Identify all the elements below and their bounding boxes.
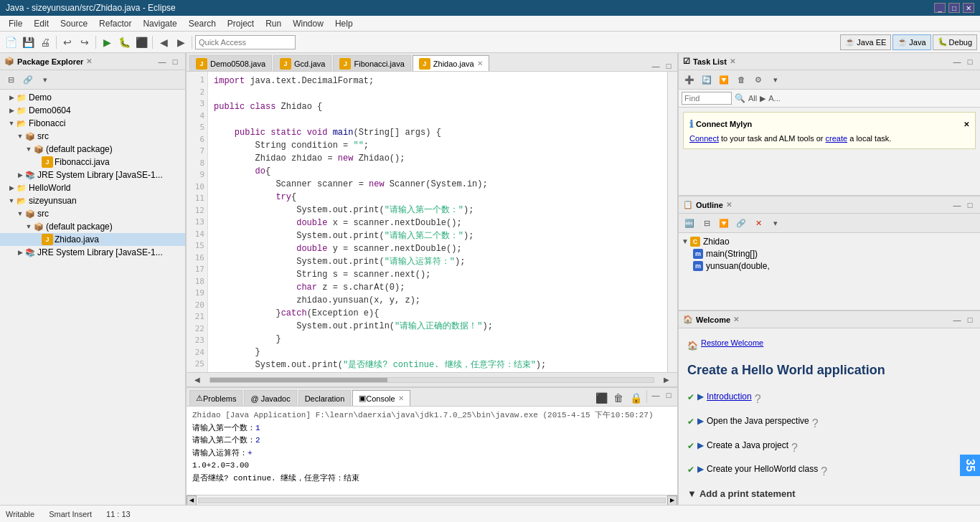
tab-close-icon[interactable]: ✕ <box>477 60 483 67</box>
explorer-maximize-button[interactable]: □ <box>169 57 181 67</box>
tasklist-maximize[interactable]: □ <box>964 57 976 67</box>
save-button[interactable]: 💾 <box>20 34 36 50</box>
outline-minimize[interactable]: — <box>951 200 963 210</box>
debug-button[interactable]: 🐛 <box>116 34 132 50</box>
task-menu-button[interactable]: ▾ <box>768 72 783 87</box>
console-stop-button[interactable]: ⬛ <box>593 390 609 406</box>
outline-x-button[interactable]: ✕ <box>750 215 766 231</box>
welcome-maximize[interactable]: □ <box>964 315 976 325</box>
help-icon-4[interactable]: ? <box>821 462 827 481</box>
tree-item-fibonacci-jre[interactable]: ▶ 📚 JRE System Library [JavaSE-1... <box>0 169 185 181</box>
scroll-left-button[interactable]: ◀ <box>189 372 205 387</box>
tab-gcd[interactable]: J Gcd.java <box>273 55 331 71</box>
tab-console[interactable]: ▣ Console ✕ <box>352 390 410 406</box>
menu-search[interactable]: Search <box>183 17 222 30</box>
tasklist-minimize[interactable]: — <box>951 57 963 67</box>
outline-menu-button[interactable]: ▾ <box>768 215 783 231</box>
outline-filter-button[interactable]: 🔽 <box>716 215 732 231</box>
tree-item-fibonacci[interactable]: ▼ 📂 Fibonacci <box>0 117 185 130</box>
code-editor[interactable]: 1234567891011121314151617181920212223242… <box>187 72 677 372</box>
undo-button[interactable]: ↩ <box>60 34 75 50</box>
tree-item-fibonacci-src[interactable]: ▼ 📦 src <box>0 130 185 143</box>
console-maximize[interactable]: □ <box>663 390 674 400</box>
outline-item-yunsuan[interactable]: m yunsuan(double, <box>682 260 977 271</box>
menu-project[interactable]: Project <box>222 17 260 30</box>
tree-item-zhidao-java[interactable]: J Zhidao.java <box>0 233 185 246</box>
stop-button[interactable]: ⬛ <box>133 34 149 50</box>
console-scroll-right[interactable]: ▶ <box>667 495 677 506</box>
task-delete-button[interactable]: 🗑 <box>733 72 749 87</box>
tree-item-sizeyunsuan-jre[interactable]: ▶ 📚 JRE System Library [JavaSE-1... <box>0 246 185 259</box>
print-button[interactable]: 🖨 <box>37 34 53 50</box>
console-scroll-left[interactable]: ◀ <box>187 495 197 506</box>
menu-help[interactable]: Help <box>329 17 359 30</box>
task-new-button[interactable]: ➕ <box>682 72 697 87</box>
scroll-right-button[interactable]: ▶ <box>659 372 674 387</box>
console-clear-button[interactable]: 🗑 <box>611 390 626 406</box>
console-close-icon[interactable]: ✕ <box>398 394 404 402</box>
tree-item-sizeyunsuan-src[interactable]: ▼ 📦 src <box>0 207 185 220</box>
console-scroll-lock[interactable]: 🔒 <box>628 390 644 406</box>
task-find-input[interactable] <box>682 92 732 105</box>
outline-class-name[interactable]: Zhidao <box>703 237 730 247</box>
forward-button[interactable]: ▶ <box>173 34 189 50</box>
task-filter-button[interactable]: 🔽 <box>716 72 732 87</box>
editor-minimize[interactable]: — <box>650 61 661 71</box>
task-all-button[interactable]: All <box>748 94 757 103</box>
task-settings-button[interactable]: ⚙ <box>750 72 766 87</box>
perspective-javaee[interactable]: ☕ Java EE <box>840 34 891 50</box>
help-icon-1[interactable]: ? <box>755 390 761 409</box>
tree-item-fibonacci-defaultpkg[interactable]: ▼ 📦 (default package) <box>0 143 185 156</box>
back-button[interactable]: ◀ <box>156 34 171 50</box>
menu-window[interactable]: Window <box>287 17 329 30</box>
outline-sort-button[interactable]: 🔤 <box>682 215 697 231</box>
tab-declaration[interactable]: Declaration <box>298 390 352 406</box>
explorer-minimize-button[interactable]: — <box>156 57 168 67</box>
help-icon-3[interactable]: ? <box>791 439 798 457</box>
tree-item-sizeyunsuan-defaultpkg[interactable]: ▼ 📦 (default package) <box>0 220 185 233</box>
tab-zhidao[interactable]: J Zhidao.java ✕ <box>413 55 489 71</box>
menu-refactor[interactable]: Refactor <box>93 17 137 30</box>
quick-access-input[interactable] <box>195 35 296 49</box>
perspective-java[interactable]: ☕ Java <box>892 34 930 50</box>
editor-scrollbar[interactable] <box>667 72 677 372</box>
add-print-header[interactable]: ▼ Add a print statement <box>687 487 971 502</box>
code-area[interactable]: import java.text.DecimalFormat; public c… <box>208 72 667 372</box>
link-editor-button[interactable]: 🔗 <box>20 72 36 87</box>
welcome-minimize[interactable]: — <box>951 315 963 325</box>
tab-fibonacci[interactable]: J Fibonacci.java <box>333 55 410 71</box>
menu-navigate[interactable]: Navigate <box>137 17 182 30</box>
outline-item-main[interactable]: m main(String[]) <box>682 248 977 259</box>
run-button[interactable]: ▶ <box>99 34 115 50</box>
mylyn-create-link[interactable]: create <box>826 134 848 143</box>
tree-item-demo0604[interactable]: ▶ 📁 Demo0604 <box>0 104 185 117</box>
menu-file[interactable]: File <box>3 17 28 30</box>
step-introduction-link[interactable]: Introduction <box>707 390 752 404</box>
console-minimize[interactable]: — <box>650 390 661 400</box>
close-button[interactable]: ✕ <box>963 3 974 13</box>
tree-item-sizeyunsuan[interactable]: ▼ 📂 sizeyunsuan <box>0 194 185 207</box>
menu-run[interactable]: Run <box>260 17 287 30</box>
maximize-button[interactable]: □ <box>948 3 960 13</box>
step-introduction[interactable]: ✔ ▶ Introduction ? <box>687 389 971 410</box>
console-hscroll-track[interactable] <box>198 498 666 503</box>
tree-item-demo[interactable]: ▶ 📁 Demo <box>0 91 185 104</box>
tab-javadoc[interactable]: @ Javadoc <box>244 390 296 406</box>
horizontal-scrollbar[interactable] <box>209 377 654 383</box>
new-button[interactable]: 📄 <box>3 34 19 50</box>
editor-maximize[interactable]: □ <box>663 61 674 71</box>
menu-source[interactable]: Source <box>55 17 93 30</box>
collapse-all-button[interactable]: ⊟ <box>3 72 19 87</box>
outline-collapse-button[interactable]: ⊟ <box>699 215 715 231</box>
outline-maximize[interactable]: □ <box>964 200 976 210</box>
task-a-button[interactable]: A... <box>768 94 781 103</box>
mylyn-close-icon[interactable]: ✕ <box>963 120 969 128</box>
tree-item-fibonacci-java[interactable]: J Fibonacci.java <box>0 156 185 169</box>
explorer-menu-button[interactable]: ▾ <box>37 72 53 87</box>
minimize-button[interactable]: _ <box>934 3 946 13</box>
menu-edit[interactable]: Edit <box>28 17 55 30</box>
tree-item-helloworld[interactable]: ▶ 📁 HelloWorld <box>0 181 185 194</box>
tab-demo0508[interactable]: J Demo0508.java <box>189 55 272 71</box>
help-icon-2[interactable]: ? <box>812 414 819 433</box>
mylyn-connect-link[interactable]: Connect <box>689 134 719 143</box>
